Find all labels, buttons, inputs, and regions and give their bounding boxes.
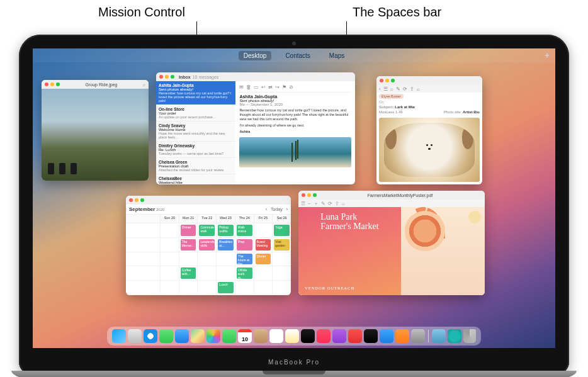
markup-icon[interactable]: ✎ (321, 201, 325, 206)
calendar-cell[interactable]: Prep (235, 238, 254, 252)
music-icon[interactable] (317, 329, 331, 343)
calendar-cell[interactable] (197, 281, 216, 295)
reply-all-icon[interactable]: ⇄ (268, 84, 273, 90)
minimize-button[interactable] (385, 79, 389, 82)
preview-image-window[interactable]: Group Ride.jpeg ⌕ (42, 80, 149, 181)
trash-icon[interactable] (463, 329, 476, 343)
share-icon[interactable]: ⇪ (335, 201, 339, 206)
search-icon[interactable]: ⌕ (143, 82, 145, 87)
calendar-cell[interactable] (216, 266, 235, 281)
archive-icon[interactable]: ▭ (254, 84, 259, 90)
fullscreen-button[interactable] (313, 193, 317, 197)
calendar-cell[interactable]: Walk status (235, 223, 254, 238)
markup-icon[interactable]: ✎ (396, 86, 400, 92)
calendar-cell[interactable]: Dinner (254, 252, 273, 267)
mail-row[interactable]: ChelseaBeeWeekend hikeThinking Saturday … (156, 174, 235, 184)
calendar-cell[interactable] (272, 281, 291, 295)
calendar-cell[interactable] (160, 223, 179, 238)
calendar-event[interactable]: Yoga (274, 225, 290, 236)
calendar-event[interactable]: The future at the… (237, 254, 252, 265)
calendar-event[interactable]: Dinner (256, 254, 271, 265)
calendar-event[interactable]: Lunch (218, 282, 234, 293)
calendar-event[interactable]: Walk status (237, 225, 252, 236)
add-space-button[interactable]: ＋ (543, 50, 551, 61)
calendar-cell[interactable]: Offsite work re… (235, 266, 254, 281)
appstore-icon[interactable] (380, 329, 393, 343)
mail-row[interactable]: Ashita Jain-GuptaSent photos already!Rem… (156, 81, 235, 105)
mail-row[interactable]: Cindy SeaveyWelcome HomeHope the move we… (156, 121, 235, 142)
back-icon[interactable]: ‹ (379, 86, 381, 92)
calendar-cell[interactable] (272, 266, 291, 281)
preview-toolbar[interactable]: ‹☰⌕✎⟳⇪⌕ (376, 85, 482, 93)
messages-icon[interactable] (159, 329, 173, 343)
calendar-cell[interactable]: Board Meeting (254, 238, 273, 252)
calendar-cell[interactable] (160, 252, 179, 267)
calendar-cell[interactable] (179, 252, 198, 267)
books-icon[interactable] (395, 329, 409, 343)
rotate-icon[interactable]: ⟳ (328, 201, 332, 206)
photos-icon[interactable] (206, 329, 220, 343)
calendar-event[interactable]: Visit garden (274, 239, 290, 250)
zoom-icon[interactable]: ⌕ (390, 86, 393, 92)
fullscreen-button[interactable] (56, 82, 60, 86)
mail-row[interactable]: Chelsea GreenPresentation draftAttached … (156, 158, 235, 174)
spam-icon[interactable]: ⊘ (289, 84, 293, 90)
minimize-button[interactable] (135, 198, 139, 202)
preview-toolbar[interactable]: ☰−＋✎⟳⇪⌕ (298, 200, 485, 207)
calendar-today-button[interactable]: Today (271, 207, 283, 211)
mail-toolbar[interactable]: ✉︎🗑▭↩︎⇄↪︎⚑⊘ (239, 84, 351, 93)
spaces-tab-contacts[interactable]: Contacts (280, 51, 315, 60)
sidebar-icon[interactable]: ☰ (301, 201, 305, 206)
calendar-cell[interactable] (160, 266, 179, 281)
rotate-icon[interactable]: ⟳ (403, 86, 407, 92)
calendar-event[interactable]: Offsite work re… (237, 267, 252, 279)
close-button[interactable] (380, 79, 383, 82)
calendar-next-button[interactable]: › (286, 207, 288, 211)
reminders-icon[interactable] (269, 329, 283, 343)
stocks-icon[interactable] (364, 329, 378, 343)
zoom-out-icon[interactable]: − (308, 201, 311, 206)
calendar-cell[interactable]: Breakfast at… (216, 238, 235, 252)
calendar-window[interactable]: September 2020 ‹ Today › Sun 20Mon 21Tue… (126, 196, 291, 295)
calendar-cell[interactable] (160, 281, 179, 295)
close-button[interactable] (159, 75, 163, 79)
titlebar[interactable]: FarmersMarketMonthlyPoster.pdf (298, 191, 485, 200)
calendar-event[interactable]: Coffee with… (181, 267, 196, 279)
minimize-button[interactable] (50, 82, 54, 86)
calendar-event[interactable]: Leadership skills (199, 239, 215, 250)
calendar-cell[interactable] (235, 281, 254, 295)
titlebar[interactable]: Inbox 10 messages (156, 72, 355, 81)
envelope-icon[interactable]: ✉︎ (239, 84, 244, 90)
forward-icon[interactable]: ↪︎ (275, 84, 280, 90)
screenshot-icon[interactable] (448, 329, 461, 343)
finder-icon[interactable] (112, 329, 126, 343)
mail-window[interactable]: Inbox 10 messages Ashita Jain-GuptaSent … (156, 72, 355, 184)
calendar-cell[interactable] (254, 223, 273, 238)
safari-icon[interactable] (144, 329, 157, 343)
minimize-button[interactable] (307, 193, 311, 197)
news-icon[interactable] (348, 329, 362, 343)
downloads-icon[interactable] (432, 329, 446, 343)
close-button[interactable] (45, 82, 48, 86)
mission-control[interactable]: Group Ride.jpeg ⌕ Inbox 10 messages (33, 62, 555, 324)
calendar-cell[interactable] (254, 281, 273, 295)
podcasts-icon[interactable] (332, 329, 346, 343)
search-icon[interactable]: ⌕ (417, 86, 420, 92)
calendar-cell[interactable]: Commute walk (197, 223, 216, 238)
sidebar-icon[interactable]: ☰ (383, 86, 388, 92)
calendar-cell[interactable] (160, 238, 179, 252)
calendar-cell[interactable] (197, 266, 216, 281)
calendar-cell[interactable] (272, 252, 291, 267)
calendar-cell[interactable]: The future at the… (235, 252, 254, 267)
fullscreen-button[interactable] (391, 79, 395, 82)
tv-icon[interactable] (301, 329, 315, 343)
search-icon[interactable]: ⌕ (342, 201, 345, 206)
calendar-event[interactable]: Board Meeting (256, 239, 271, 250)
preview-pdf-artist-window[interactable]: ‹☰⌕✎⟳⇪⌕ Elyse Bower Cc: Subject: Lark at… (376, 76, 482, 184)
calendar-cell[interactable] (216, 252, 235, 267)
maps-icon[interactable] (191, 329, 205, 343)
share-icon[interactable]: ⇪ (410, 86, 414, 92)
launchpad-icon[interactable] (128, 329, 142, 343)
calendar-cell[interactable] (179, 281, 198, 295)
calendar-cell[interactable]: Leadership skills (197, 238, 216, 252)
